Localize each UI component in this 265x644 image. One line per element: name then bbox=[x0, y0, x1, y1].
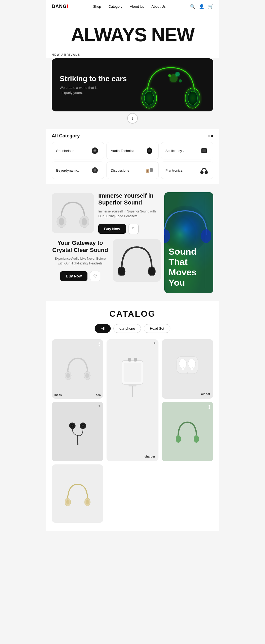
card-dots-1 bbox=[99, 342, 100, 346]
cart-icon[interactable]: 🛒 bbox=[208, 4, 213, 9]
feature2-buy-button[interactable]: Buy Now bbox=[60, 271, 88, 281]
svg-rect-45 bbox=[134, 358, 137, 362]
feature-row-2: Your Gateway to Crystal Clear Sound Expe… bbox=[52, 239, 161, 282]
white-headset-svg bbox=[64, 354, 91, 384]
card-label-airpods: air pot bbox=[162, 390, 213, 399]
cat-discussions-label: Discussions bbox=[111, 168, 129, 172]
card-img-charger bbox=[107, 339, 158, 452]
cat-discussions-icon bbox=[145, 166, 154, 175]
svg-point-59 bbox=[77, 443, 78, 445]
svg-point-12 bbox=[148, 149, 151, 152]
category-dots bbox=[208, 135, 213, 137]
catalog-item-headset-transparent[interactable] bbox=[52, 464, 103, 523]
cat-audio-technica-label: Audio-Technica. bbox=[111, 149, 135, 153]
cat-skullcandy[interactable]: Skullcandy . bbox=[161, 142, 213, 159]
user-icon[interactable]: 👤 bbox=[199, 4, 204, 9]
svg-point-30 bbox=[118, 267, 125, 276]
tab-headset[interactable]: Head Set bbox=[144, 324, 170, 333]
svg-point-16 bbox=[94, 169, 96, 172]
svg-point-3 bbox=[188, 91, 197, 105]
scroll-down[interactable]: ↓ bbox=[46, 113, 219, 124]
nav-about[interactable]: About Us bbox=[130, 5, 144, 8]
transparent-headset-svg bbox=[64, 480, 91, 507]
svg-point-10 bbox=[94, 150, 96, 151]
cat-sennheiser-icon bbox=[90, 146, 100, 155]
catalog-tabs: All ear phone Head Set bbox=[52, 324, 213, 333]
svg-rect-14 bbox=[202, 149, 206, 152]
cat-beyerdynamic-label: Beyerdynamic. bbox=[56, 168, 79, 172]
feature-content-1: Immerse Yourself in Superior Sound Immer… bbox=[98, 192, 161, 234]
feature2-fav-button[interactable]: ♡ bbox=[90, 271, 100, 281]
svg-rect-41 bbox=[124, 363, 141, 382]
card-img-transparent bbox=[52, 464, 103, 523]
cat-plantronics-label: Plantronics.. bbox=[165, 168, 184, 172]
svg-point-60 bbox=[176, 435, 181, 443]
svg-rect-18 bbox=[150, 168, 153, 172]
card-dots-4 bbox=[99, 405, 100, 407]
catalog-section: CATALOG All ear phone Head Set mas bbox=[46, 301, 219, 531]
all-category-section: All Category Sennheiser. Audio-Technica.… bbox=[46, 129, 219, 184]
svg-point-21 bbox=[205, 171, 208, 174]
catalog-item-charger[interactable]: charger bbox=[107, 339, 158, 461]
banner-visual bbox=[134, 61, 208, 109]
catalog-item-headset-green[interactable] bbox=[162, 402, 213, 461]
feature-content-2: Your Gateway to Crystal Clear Sound Expe… bbox=[52, 240, 109, 281]
card-img-green bbox=[162, 402, 213, 461]
card-label-1: mass ceo bbox=[54, 393, 101, 397]
cat-skullcandy-label: Skullcandy . bbox=[165, 149, 184, 153]
feature-row-1: Immerse Yourself in Superior Sound Immer… bbox=[52, 192, 161, 234]
cat-audio-technica-icon bbox=[145, 146, 154, 155]
svg-point-64 bbox=[66, 500, 69, 504]
feature1-heading: Immerse Yourself in Superior Sound bbox=[98, 192, 161, 206]
hero-title: ALWAYS NEW bbox=[46, 13, 219, 51]
headphone-visual bbox=[136, 60, 205, 110]
svg-point-39 bbox=[85, 373, 89, 378]
tab-all[interactable]: All bbox=[95, 324, 111, 333]
svg-point-57 bbox=[82, 425, 84, 427]
category-grid: Sennheiser. Audio-Technica. Skullcandy .… bbox=[46, 142, 219, 184]
svg-rect-19 bbox=[147, 170, 148, 172]
feature1-buy-button[interactable]: Buy Now bbox=[98, 224, 126, 234]
nav-about2[interactable]: About Us bbox=[152, 5, 166, 8]
svg-point-51 bbox=[187, 372, 188, 374]
cat-audio-technica[interactable]: Audio-Technica. bbox=[106, 142, 159, 159]
nav-category[interactable]: Category bbox=[108, 5, 122, 8]
cat-sennheiser-label: Sennheiser. bbox=[56, 149, 74, 153]
svg-point-65 bbox=[86, 500, 89, 504]
catalog-item-earphones[interactable] bbox=[52, 402, 103, 461]
cat-skullcandy-icon bbox=[199, 146, 209, 155]
feature1-actions: Buy Now ♡ bbox=[98, 224, 161, 234]
cat-discussions[interactable]: Discussions bbox=[106, 162, 159, 179]
catalog-item-airpods[interactable]: air pot bbox=[162, 339, 213, 399]
product1-image bbox=[52, 193, 94, 233]
card-img-1 bbox=[52, 339, 103, 399]
svg-point-25 bbox=[82, 218, 87, 225]
navigation: BANG! Shop Category About Us About Us 🔍 … bbox=[46, 0, 219, 13]
svg-rect-48 bbox=[182, 367, 184, 370]
cat-plantronics[interactable]: Plantronics.. bbox=[161, 162, 213, 179]
feature1-fav-button[interactable]: ♡ bbox=[129, 224, 139, 234]
airpods-svg bbox=[174, 351, 201, 378]
charger-svg bbox=[117, 353, 148, 400]
sound-card-visual bbox=[164, 200, 211, 253]
catalog-item-mass-ceo[interactable]: mass ceo bbox=[52, 339, 103, 399]
product2-image bbox=[113, 239, 161, 282]
card-dots-2 bbox=[154, 342, 155, 344]
cat-sennheiser[interactable]: Sennheiser. bbox=[52, 142, 104, 159]
nav-shop[interactable]: Shop bbox=[93, 5, 101, 8]
hero-section: ALWAYS NEW bbox=[46, 13, 219, 51]
black-headphone-svg bbox=[117, 242, 157, 279]
category-header: All Category bbox=[46, 129, 219, 142]
cat-beyerdynamic[interactable]: Beyerdynamic. bbox=[52, 162, 104, 179]
white-headphone-svg bbox=[56, 197, 90, 229]
cat-beyerdynamic-icon bbox=[90, 166, 100, 175]
search-icon[interactable]: 🔍 bbox=[190, 4, 195, 9]
scroll-btn[interactable]: ↓ bbox=[127, 113, 138, 124]
banner-subtext: We create a world that is uniquely yours… bbox=[60, 85, 107, 95]
svg-point-31 bbox=[148, 267, 156, 276]
logo[interactable]: BANG! bbox=[52, 4, 69, 9]
tab-earphone[interactable]: ear phone bbox=[113, 324, 141, 333]
feature2-subtext: Experience Audio Like Never Before with … bbox=[52, 256, 109, 266]
svg-point-54 bbox=[72, 425, 73, 427]
feature-combined: Immerse Yourself in Superior Sound Immer… bbox=[52, 192, 213, 293]
